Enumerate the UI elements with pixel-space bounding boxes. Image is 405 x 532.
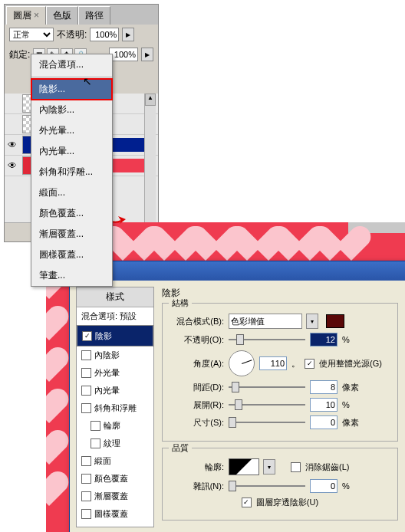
size-label: 尺寸(S): (170, 417, 224, 429)
style-drop-shadow[interactable]: 陰影 (77, 325, 153, 346)
menu-outer-glow[interactable]: 外光暈... (31, 120, 112, 141)
menu-pattern-overlay[interactable]: 圖樣覆蓋... (31, 245, 112, 265)
menu-satin[interactable]: 緞面... (31, 182, 112, 203)
scrollbar[interactable]: ▲ (144, 94, 156, 222)
noise-slider[interactable] (229, 481, 305, 491)
checkbox-icon[interactable] (91, 421, 100, 431)
opacity-label: 不透明(O): (170, 334, 224, 346)
quality-fieldset: 品質 輪廓: ▾ 消除鋸齒(L) 雜訊(N): % 圖層穿透陰影(U) (162, 448, 398, 521)
visibility-icon[interactable]: 👁 (5, 160, 20, 171)
chevron-down-icon[interactable]: ▾ (306, 314, 318, 329)
checkbox-icon[interactable] (81, 368, 91, 378)
settings-pane: 陰影 結構 混合模式(B): 色彩增值▾ 不透明(O): % 角度(A): (154, 281, 405, 532)
antialias-checkbox[interactable] (291, 462, 301, 472)
angle-input[interactable] (259, 356, 287, 370)
lock-label: 鎖定: (9, 48, 30, 61)
px-unit: 像素 (342, 417, 359, 429)
angle-label: 角度(A): (170, 358, 224, 369)
checkbox-icon[interactable] (91, 438, 100, 448)
checkbox-icon[interactable] (81, 350, 91, 360)
contour-preview[interactable] (229, 458, 259, 475)
knockout-label: 圖層穿透陰影(U) (256, 497, 318, 508)
menu-stroke[interactable]: 筆畫... (31, 265, 112, 286)
contour-label: 輪廓: (170, 461, 224, 473)
percent-unit: % (342, 481, 350, 491)
opacity-label: 不透明: (57, 28, 87, 41)
style-inner-shadow[interactable]: 內陰影 (77, 346, 153, 364)
style-pattern-overlay[interactable]: 圖樣覆蓋 (77, 505, 153, 523)
dialog-title: 圖層樣式 (70, 261, 405, 281)
blend-mode-label: 混合模式(B): (170, 316, 224, 327)
style-contour[interactable]: 輪廓 (77, 417, 153, 435)
close-icon[interactable]: × (34, 10, 39, 21)
checkbox-icon[interactable] (81, 474, 91, 484)
tab-paths[interactable]: 路徑 (78, 6, 110, 25)
tab-channels[interactable]: 色版 (46, 6, 78, 25)
blend-mode-combo[interactable]: 色彩增值 (229, 314, 302, 329)
checkbox-icon[interactable] (81, 386, 91, 396)
global-light-checkbox[interactable] (305, 359, 314, 369)
menu-blend-options[interactable]: 混合選項... (31, 54, 112, 75)
layer-style-dialog: 圖層樣式 樣式 混合選項: 預設 陰影 內陰影 外光暈 內光暈 斜角和浮雕 輪廓… (69, 261, 405, 532)
structure-label: 結構 (169, 297, 192, 309)
distance-slider[interactable] (229, 382, 305, 392)
menu-inner-glow[interactable]: 內光暈... (31, 141, 112, 162)
global-light-label: 使用整體光源(G) (319, 358, 382, 369)
px-unit: 像素 (342, 382, 359, 393)
percent-unit: % (342, 335, 350, 344)
noise-input[interactable] (310, 479, 338, 493)
knockout-checkbox[interactable] (242, 498, 252, 507)
opacity-input[interactable] (310, 333, 338, 346)
structure-fieldset: 結構 混合模式(B): 色彩增值▾ 不透明(O): % 角度(A): 。 (162, 303, 398, 442)
menu-color-overlay[interactable]: 顏色覆蓋... (31, 203, 112, 224)
percent-unit: % (342, 400, 350, 409)
fill-input[interactable] (109, 48, 138, 61)
style-gradient-overlay[interactable]: 漸層覆蓋 (77, 488, 153, 505)
opacity-slider[interactable] (229, 334, 305, 345)
angle-dial[interactable] (229, 350, 255, 376)
spread-label: 展開(R): (170, 399, 224, 411)
style-bevel[interactable]: 斜角和浮雕 (77, 399, 153, 417)
antialias-label: 消除鋸齒(L) (305, 461, 349, 473)
style-list: 樣式 混合選項: 預設 陰影 內陰影 外光暈 內光暈 斜角和浮雕 輪廓 紋理 緞… (76, 287, 154, 527)
quality-label: 品質 (169, 442, 192, 454)
section-title: 陰影 (162, 287, 398, 300)
menu-drop-shadow[interactable]: 陰影... (31, 79, 112, 100)
checkbox-icon[interactable] (81, 403, 91, 413)
blend-mode-select[interactable]: 正常 (9, 28, 54, 41)
menu-gradient-overlay[interactable]: 漸層覆蓋... (31, 224, 112, 245)
tab-layers[interactable]: 圖層× (6, 6, 46, 25)
distance-label: 間距(D): (170, 382, 224, 393)
style-blend-options[interactable]: 混合選項: 預設 (77, 307, 153, 325)
chevron-right-icon[interactable]: ▶ (122, 28, 134, 41)
checkbox-icon[interactable] (81, 509, 91, 519)
panel-tabs: 圖層× 色版 路徑 (5, 5, 158, 25)
size-slider[interactable] (229, 417, 305, 428)
style-stroke[interactable]: 筆畫 (77, 523, 153, 527)
style-inner-glow[interactable]: 內光暈 (77, 382, 153, 399)
fx-context-menu: 混合選項... 陰影... 內陰影... 外光暈... 內光暈... 斜角和浮雕… (31, 54, 113, 287)
chevron-right-icon[interactable]: ▶ (141, 48, 153, 61)
style-color-overlay[interactable]: 顏色覆蓋 (77, 470, 153, 488)
shadow-color-swatch[interactable] (326, 314, 344, 328)
style-satin[interactable]: 緞面 (77, 452, 153, 470)
opacity-input[interactable] (90, 28, 119, 41)
visibility-icon[interactable]: 👁 (5, 140, 20, 150)
checkbox-icon[interactable] (81, 456, 91, 466)
styles-header: 樣式 (77, 287, 153, 307)
checkbox-icon[interactable] (82, 331, 92, 341)
style-outer-glow[interactable]: 外光暈 (77, 364, 153, 382)
style-texture[interactable]: 紋理 (77, 435, 153, 452)
menu-bevel[interactable]: 斜角和浮雕... (31, 162, 112, 182)
checkbox-icon[interactable] (81, 491, 91, 501)
distance-input[interactable] (310, 380, 338, 394)
menu-inner-shadow[interactable]: 內陰影... (31, 100, 112, 120)
checkbox-icon[interactable] (81, 527, 91, 527)
chevron-down-icon[interactable]: ▾ (263, 459, 275, 475)
size-input[interactable] (310, 415, 338, 429)
degree-unit: 。 (291, 358, 300, 369)
noise-label: 雜訊(N): (170, 481, 224, 492)
spread-input[interactable] (310, 398, 338, 412)
spread-slider[interactable] (229, 399, 305, 410)
